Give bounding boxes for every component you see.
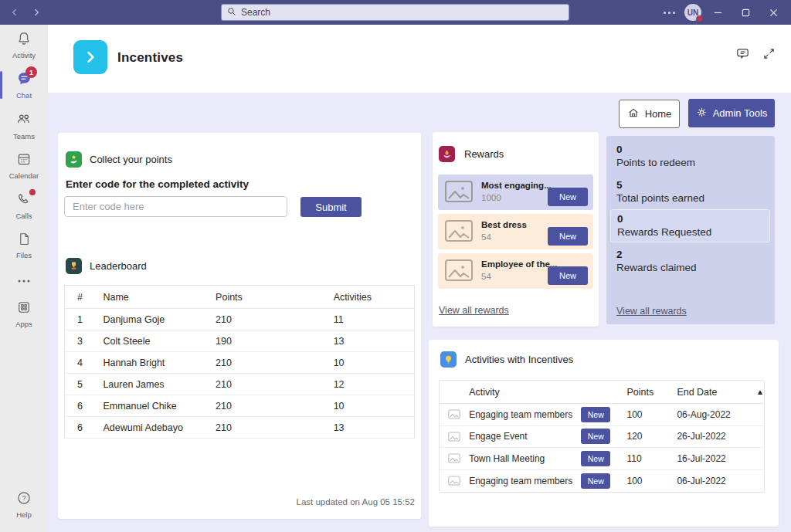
- col-points: Points: [626, 387, 677, 398]
- activity-new-badge[interactable]: New: [581, 451, 610, 466]
- view-all-rewards-link[interactable]: View all rewards: [616, 306, 687, 317]
- sidebar-label-chat: Chat: [16, 91, 32, 100]
- calls-notification-dot: [29, 189, 36, 195]
- activity-new-badge[interactable]: New: [581, 473, 610, 489]
- feedback-icon[interactable]: [735, 46, 750, 64]
- reward-points: 54: [481, 232, 491, 242]
- incentives-app-icon: [73, 40, 107, 74]
- table-row: 6Adewumi Adebayo21013: [65, 417, 415, 439]
- sort-ascending-icon[interactable]: ▲: [748, 388, 764, 396]
- stat-rewards-claimed: 2 Rewards claimed: [606, 249, 697, 273]
- col-points: Points: [212, 286, 331, 309]
- table-row: Town Hall Meeting New 110 16-Jul-2022: [440, 448, 764, 470]
- sidebar-item-activity[interactable]: Activity: [0, 25, 48, 65]
- reward-name: Best dress: [481, 220, 527, 229]
- admin-tools-label: Admin Tools: [713, 107, 768, 119]
- sidebar-item-calls[interactable]: Calls: [0, 185, 48, 225]
- sidebar-item-chat[interactable]: Chat 1: [0, 65, 48, 105]
- collect-points-icon: [66, 151, 82, 168]
- rewards-icon: [439, 146, 455, 162]
- search-icon: [227, 5, 236, 19]
- maximize-button[interactable]: [734, 0, 757, 25]
- reward-new-button[interactable]: New: [548, 266, 588, 285]
- reward-new-button[interactable]: New: [548, 188, 588, 206]
- image-placeholder-icon: [440, 432, 469, 442]
- table-row: 4Hannah Bright21010: [65, 352, 415, 374]
- submit-button[interactable]: Submit: [300, 197, 362, 217]
- tab-content: Home Admin Tools Collect your points Ent…: [48, 93, 791, 532]
- image-placeholder-icon: [440, 453, 469, 463]
- image-placeholder-icon: [440, 476, 469, 486]
- table-row: Engaging team members New 100 06-Aug-202…: [440, 404, 764, 426]
- svg-text:?: ?: [22, 494, 25, 502]
- points-summary-card: 0 Points to redeem 5 Total points earned…: [606, 136, 775, 324]
- ellipsis-icon: [17, 273, 31, 286]
- search-placeholder-text: Search: [241, 7, 270, 18]
- house-icon: [627, 107, 640, 121]
- view-all-rewards-link[interactable]: View all rewards: [439, 305, 509, 316]
- reward-item[interactable]: Best dress 54 New: [438, 214, 593, 249]
- reward-name: Most engaging...: [481, 181, 552, 190]
- bell-icon: [16, 31, 32, 49]
- collect-points-title: Collect your points: [90, 154, 172, 165]
- file-icon: [17, 232, 32, 249]
- reward-points: 1000: [481, 193, 501, 202]
- activities-header-row: Activity Points End Date ▲: [440, 381, 764, 404]
- sidebar-item-teams[interactable]: Teams: [0, 105, 48, 145]
- forward-icon[interactable]: [31, 7, 42, 18]
- sidebar-label-calendar: Calendar: [9, 171, 39, 180]
- teams-window: Search UN Activity Chat 1 Teams: [0, 0, 791, 532]
- col-name: Name: [100, 286, 212, 309]
- leaderboard-icon: [66, 258, 82, 274]
- sidebar-label-activity: Activity: [12, 51, 36, 59]
- activity-new-badge[interactable]: New: [581, 429, 610, 444]
- activities-title: Activities with Incentives: [465, 354, 573, 365]
- admin-tools-button[interactable]: Admin Tools: [688, 99, 775, 127]
- stat-rewards-requested[interactable]: 0 Rewards Requested: [610, 209, 770, 242]
- collect-and-leaderboard-card: Collect your points Enter code for the c…: [58, 133, 421, 519]
- expand-icon[interactable]: [762, 47, 776, 63]
- rewards-title: Rewards: [464, 148, 504, 160]
- code-input[interactable]: [64, 196, 287, 217]
- activities-icon: [440, 351, 457, 368]
- sidebar-item-more[interactable]: [0, 266, 48, 293]
- image-placeholder-icon: [444, 259, 474, 285]
- avatar[interactable]: UN: [684, 4, 701, 21]
- table-row: 5Lauren James21012: [65, 374, 415, 395]
- sidebar-label-calls: Calls: [15, 212, 32, 220]
- reward-item[interactable]: Employee of the... 54 New: [438, 253, 593, 289]
- leaderboard-table: # Name Points Activities 1Danjuma Goje21…: [64, 285, 415, 439]
- enter-code-label: Enter code for the completed activity: [66, 178, 249, 190]
- activities-table: Activity Points End Date ▲ Engaging team…: [439, 380, 765, 493]
- activities-card: Activities with Incentives Activity Poin…: [429, 340, 779, 527]
- sidebar-label-teams: Teams: [13, 132, 35, 141]
- sidebar-label-help: Help: [16, 510, 32, 519]
- sidebar-item-calendar[interactable]: Calendar: [0, 145, 48, 185]
- title-bar: Search UN: [0, 0, 791, 25]
- more-options-icon[interactable]: [659, 12, 680, 14]
- gear-icon: [696, 107, 708, 120]
- teams-icon: [15, 110, 32, 130]
- reward-item[interactable]: Most engaging... 1000 New: [438, 175, 593, 210]
- back-icon[interactable]: [9, 7, 20, 18]
- sidebar-label-apps: Apps: [15, 320, 32, 328]
- sidebar-item-files[interactable]: Files: [0, 225, 48, 266]
- sidebar-item-help[interactable]: ? Help: [0, 484, 48, 524]
- close-button[interactable]: [762, 0, 785, 25]
- reward-points: 54: [481, 272, 491, 281]
- activity-new-badge[interactable]: New: [581, 407, 610, 422]
- sidebar-item-apps[interactable]: Apps: [0, 293, 48, 334]
- search-input[interactable]: Search: [221, 4, 569, 21]
- home-button[interactable]: Home: [619, 100, 680, 128]
- image-placeholder-icon: [444, 180, 474, 206]
- table-row: Engaging team members New 100 06-Jul-202…: [440, 470, 764, 493]
- leaderboard-header-row: # Name Points Activities: [65, 286, 415, 309]
- table-row: Engage Event New 120 26-Jul-2022: [440, 426, 764, 449]
- table-row: 6Emmanuel Chike21010: [65, 395, 415, 417]
- minimize-button[interactable]: [706, 0, 729, 25]
- presence-busy-dot: [696, 15, 703, 22]
- apps-grid-icon: [16, 300, 32, 318]
- col-end-date[interactable]: End Date: [677, 387, 748, 398]
- col-rank: #: [65, 286, 100, 309]
- reward-new-button[interactable]: New: [548, 227, 588, 246]
